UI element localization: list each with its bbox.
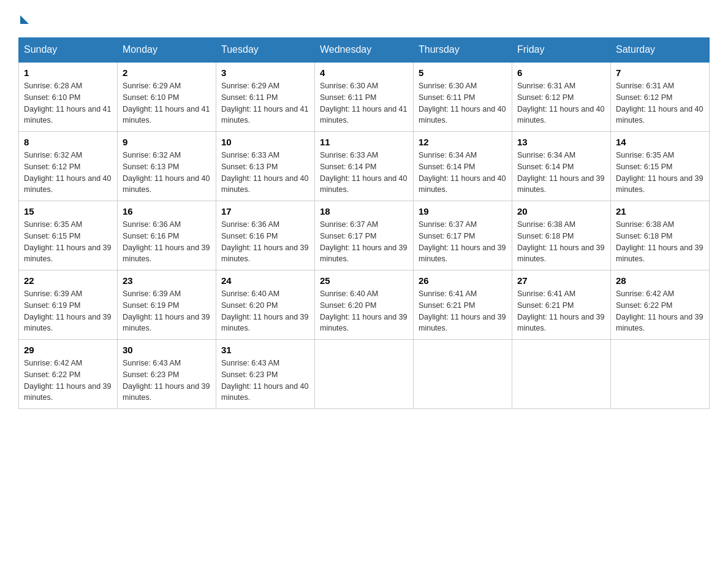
day-info: Sunrise: 6:40 AMSunset: 6:20 PMDaylight:… (221, 289, 308, 332)
calendar-week-1: 1 Sunrise: 6:28 AMSunset: 6:10 PMDayligh… (19, 62, 710, 132)
day-number: 10 (221, 137, 309, 147)
calendar-cell: 29 Sunrise: 6:42 AMSunset: 6:22 PMDaylig… (19, 340, 118, 409)
day-info: Sunrise: 6:30 AMSunset: 6:11 PMDaylight:… (320, 82, 407, 124)
day-number: 5 (419, 67, 507, 78)
day-info: Sunrise: 6:34 AMSunset: 6:14 PMDaylight:… (517, 151, 604, 194)
calendar-cell (315, 340, 414, 409)
calendar-cell (512, 340, 611, 409)
day-number: 16 (123, 206, 211, 216)
day-number: 31 (221, 345, 309, 355)
day-info: Sunrise: 6:39 AMSunset: 6:19 PMDaylight:… (24, 289, 111, 332)
calendar-week-3: 15 Sunrise: 6:35 AMSunset: 6:15 PMDaylig… (19, 201, 710, 270)
calendar-cell (414, 340, 512, 409)
calendar-cell: 5 Sunrise: 6:30 AMSunset: 6:11 PMDayligh… (414, 62, 512, 132)
header-friday: Friday (512, 38, 611, 63)
calendar-cell: 4 Sunrise: 6:30 AMSunset: 6:11 PMDayligh… (315, 62, 414, 132)
day-info: Sunrise: 6:31 AMSunset: 6:12 PMDaylight:… (616, 82, 703, 124)
day-info: Sunrise: 6:31 AMSunset: 6:12 PMDaylight:… (517, 82, 604, 124)
calendar-week-2: 8 Sunrise: 6:32 AMSunset: 6:12 PMDayligh… (19, 132, 710, 201)
calendar-cell (611, 340, 710, 409)
calendar-cell: 9 Sunrise: 6:32 AMSunset: 6:13 PMDayligh… (118, 132, 216, 201)
calendar-body: 1 Sunrise: 6:28 AMSunset: 6:10 PMDayligh… (19, 62, 710, 409)
calendar-cell: 21 Sunrise: 6:38 AMSunset: 6:18 PMDaylig… (611, 201, 710, 270)
day-info: Sunrise: 6:42 AMSunset: 6:22 PMDaylight:… (24, 359, 111, 402)
day-info: Sunrise: 6:36 AMSunset: 6:16 PMDaylight:… (123, 220, 210, 263)
calendar-cell: 7 Sunrise: 6:31 AMSunset: 6:12 PMDayligh… (611, 62, 710, 132)
day-info: Sunrise: 6:32 AMSunset: 6:12 PMDaylight:… (24, 151, 111, 194)
day-info: Sunrise: 6:38 AMSunset: 6:18 PMDaylight:… (616, 220, 703, 263)
calendar-cell: 23 Sunrise: 6:39 AMSunset: 6:19 PMDaylig… (118, 270, 216, 340)
calendar-cell: 22 Sunrise: 6:39 AMSunset: 6:19 PMDaylig… (19, 270, 118, 340)
calendar-cell: 19 Sunrise: 6:37 AMSunset: 6:17 PMDaylig… (414, 201, 512, 270)
calendar-cell: 17 Sunrise: 6:36 AMSunset: 6:16 PMDaylig… (216, 201, 315, 270)
calendar-cell: 31 Sunrise: 6:43 AMSunset: 6:23 PMDaylig… (216, 340, 315, 409)
day-number: 28 (616, 275, 704, 286)
header-tuesday: Tuesday (216, 38, 315, 63)
day-info: Sunrise: 6:28 AMSunset: 6:10 PMDaylight:… (24, 82, 111, 124)
calendar-table: Sunday Monday Tuesday Wednesday Thursday… (18, 37, 710, 409)
logo-arrow-icon (20, 15, 29, 24)
calendar-cell: 8 Sunrise: 6:32 AMSunset: 6:12 PMDayligh… (19, 132, 118, 201)
page-header (18, 12, 710, 25)
day-info: Sunrise: 6:32 AMSunset: 6:13 PMDaylight:… (123, 151, 210, 194)
day-number: 17 (221, 206, 309, 216)
calendar-cell: 12 Sunrise: 6:34 AMSunset: 6:14 PMDaylig… (414, 132, 512, 201)
logo (18, 12, 29, 25)
day-info: Sunrise: 6:33 AMSunset: 6:14 PMDaylight:… (320, 151, 407, 194)
day-info: Sunrise: 6:37 AMSunset: 6:17 PMDaylight:… (320, 220, 407, 263)
day-number: 23 (123, 275, 211, 286)
day-info: Sunrise: 6:43 AMSunset: 6:23 PMDaylight:… (123, 359, 210, 402)
day-number: 2 (123, 67, 211, 78)
day-number: 18 (320, 206, 408, 216)
calendar-cell: 30 Sunrise: 6:43 AMSunset: 6:23 PMDaylig… (118, 340, 216, 409)
calendar-cell: 3 Sunrise: 6:29 AMSunset: 6:11 PMDayligh… (216, 62, 315, 132)
day-number: 22 (24, 275, 112, 286)
calendar-cell: 11 Sunrise: 6:33 AMSunset: 6:14 PMDaylig… (315, 132, 414, 201)
calendar-cell: 28 Sunrise: 6:42 AMSunset: 6:22 PMDaylig… (611, 270, 710, 340)
header-saturday: Saturday (611, 38, 710, 63)
day-info: Sunrise: 6:30 AMSunset: 6:11 PMDaylight:… (419, 82, 506, 124)
day-info: Sunrise: 6:34 AMSunset: 6:14 PMDaylight:… (419, 151, 506, 194)
calendar-week-5: 29 Sunrise: 6:42 AMSunset: 6:22 PMDaylig… (19, 340, 710, 409)
calendar-cell: 14 Sunrise: 6:35 AMSunset: 6:15 PMDaylig… (611, 132, 710, 201)
day-number: 11 (320, 137, 408, 147)
day-number: 20 (517, 206, 605, 216)
calendar-week-4: 22 Sunrise: 6:39 AMSunset: 6:19 PMDaylig… (19, 270, 710, 340)
day-number: 25 (320, 275, 408, 286)
calendar-cell: 15 Sunrise: 6:35 AMSunset: 6:15 PMDaylig… (19, 201, 118, 270)
day-number: 9 (123, 137, 211, 147)
day-info: Sunrise: 6:41 AMSunset: 6:21 PMDaylight:… (419, 289, 506, 332)
calendar-cell: 16 Sunrise: 6:36 AMSunset: 6:16 PMDaylig… (118, 201, 216, 270)
calendar-cell: 1 Sunrise: 6:28 AMSunset: 6:10 PMDayligh… (19, 62, 118, 132)
day-number: 21 (616, 206, 704, 216)
day-number: 15 (24, 206, 112, 216)
calendar-cell: 6 Sunrise: 6:31 AMSunset: 6:12 PMDayligh… (512, 62, 611, 132)
day-info: Sunrise: 6:33 AMSunset: 6:13 PMDaylight:… (221, 151, 308, 194)
day-info: Sunrise: 6:35 AMSunset: 6:15 PMDaylight:… (616, 151, 703, 194)
day-number: 4 (320, 67, 408, 78)
day-info: Sunrise: 6:29 AMSunset: 6:11 PMDaylight:… (221, 82, 308, 124)
calendar-cell: 27 Sunrise: 6:41 AMSunset: 6:21 PMDaylig… (512, 270, 611, 340)
day-number: 24 (221, 275, 309, 286)
day-info: Sunrise: 6:29 AMSunset: 6:10 PMDaylight:… (123, 82, 210, 124)
day-number: 8 (24, 137, 112, 147)
header-wednesday: Wednesday (315, 38, 414, 63)
calendar-cell: 24 Sunrise: 6:40 AMSunset: 6:20 PMDaylig… (216, 270, 315, 340)
calendar-cell: 10 Sunrise: 6:33 AMSunset: 6:13 PMDaylig… (216, 132, 315, 201)
day-info: Sunrise: 6:36 AMSunset: 6:16 PMDaylight:… (221, 220, 308, 263)
day-number: 1 (24, 67, 112, 78)
day-number: 27 (517, 275, 605, 286)
header-monday: Monday (118, 38, 216, 63)
calendar-cell: 20 Sunrise: 6:38 AMSunset: 6:18 PMDaylig… (512, 201, 611, 270)
day-number: 14 (616, 137, 704, 147)
day-number: 26 (419, 275, 507, 286)
day-info: Sunrise: 6:43 AMSunset: 6:23 PMDaylight:… (221, 359, 308, 402)
day-number: 7 (616, 67, 704, 78)
day-number: 30 (123, 345, 211, 355)
calendar-cell: 25 Sunrise: 6:40 AMSunset: 6:20 PMDaylig… (315, 270, 414, 340)
day-number: 13 (517, 137, 605, 147)
day-number: 6 (517, 67, 605, 78)
day-number: 3 (221, 67, 309, 78)
day-number: 29 (24, 345, 112, 355)
calendar-header: Sunday Monday Tuesday Wednesday Thursday… (19, 38, 710, 63)
